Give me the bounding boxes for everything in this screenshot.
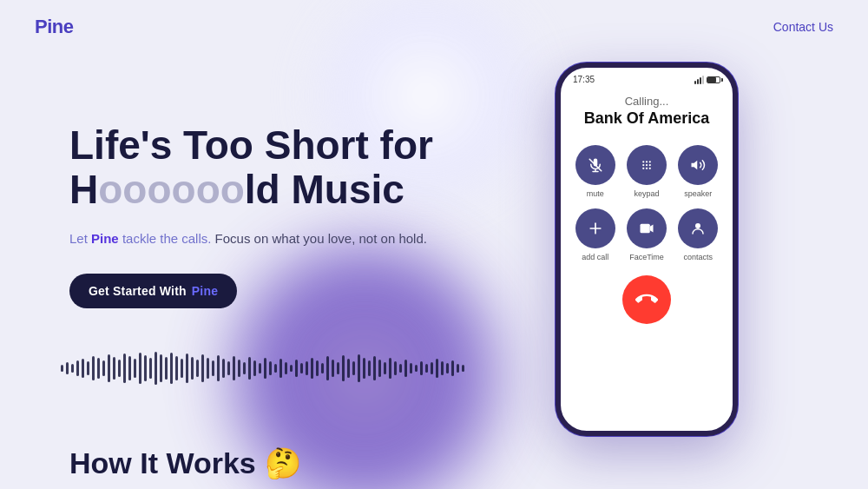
keypad-label: keypad bbox=[634, 189, 659, 198]
mute-button[interactable]: mute bbox=[575, 145, 615, 198]
how-it-works-title: How It Works bbox=[69, 446, 256, 480]
headline-line1: Life's Too Short for bbox=[69, 122, 433, 168]
add-call-button[interactable]: add call bbox=[575, 208, 615, 261]
facetime-label: FaceTime bbox=[629, 253, 664, 261]
cta-button[interactable]: Get Started With Pine bbox=[69, 274, 237, 308]
svg-point-5 bbox=[646, 164, 648, 166]
thinking-emoji: 🤔 bbox=[265, 446, 301, 480]
contacts-button[interactable]: contacts bbox=[678, 208, 719, 261]
calling-label: Calling... bbox=[573, 95, 720, 108]
contacts-label: contacts bbox=[684, 253, 713, 261]
hero-section: Life's Too Short for Hoooooold Music Let… bbox=[69, 71, 486, 385]
waveform bbox=[61, 352, 486, 385]
status-icons bbox=[694, 76, 720, 84]
contact-link[interactable]: Contact Us bbox=[773, 20, 833, 34]
speaker-circle bbox=[678, 145, 718, 185]
end-call-button[interactable] bbox=[622, 275, 671, 324]
svg-point-7 bbox=[642, 168, 644, 169]
speaker-button[interactable]: speaker bbox=[678, 145, 719, 198]
calling-area: Calling... Bank Of America bbox=[561, 88, 733, 128]
svg-point-4 bbox=[642, 164, 644, 166]
add-call-circle bbox=[575, 208, 615, 248]
hero-subtext: Let Pine tackle the calls. Focus on what… bbox=[69, 228, 486, 249]
facetime-button[interactable]: FaceTime bbox=[626, 208, 667, 261]
logo[interactable]: Pine bbox=[35, 16, 73, 38]
end-call-section bbox=[561, 275, 733, 324]
phone-buttons-grid: mute keypad bbox=[561, 145, 733, 261]
add-call-label: add call bbox=[582, 253, 608, 261]
mute-label: mute bbox=[587, 189, 604, 198]
phone-mockup: 17:35 Calling... Bank Of America bbox=[556, 63, 746, 436]
svg-point-8 bbox=[646, 168, 648, 169]
svg-point-2 bbox=[646, 161, 648, 162]
svg-point-6 bbox=[649, 164, 651, 166]
signal-icon bbox=[694, 76, 704, 84]
svg-point-9 bbox=[649, 168, 651, 169]
keypad-button[interactable]: keypad bbox=[626, 145, 667, 198]
contacts-circle bbox=[678, 208, 718, 248]
svg-point-1 bbox=[642, 161, 644, 162]
phone-time: 17:35 bbox=[573, 75, 595, 84]
svg-rect-12 bbox=[640, 224, 649, 234]
mute-circle bbox=[575, 145, 615, 185]
speaker-label: speaker bbox=[684, 189, 712, 198]
facetime-circle bbox=[627, 208, 667, 248]
svg-point-3 bbox=[649, 161, 651, 162]
bottom-section: How It Works 🤔 bbox=[69, 446, 301, 480]
keypad-circle bbox=[627, 145, 667, 185]
phone-status-bar: 17:35 bbox=[561, 68, 733, 88]
navbar: Pine Contact Us bbox=[0, 0, 868, 54]
caller-name: Bank Of America bbox=[573, 109, 720, 128]
phone-frame: 17:35 Calling... Bank Of America bbox=[556, 63, 738, 436]
headline: Life's Too Short for Hoooooold Music bbox=[69, 123, 486, 211]
svg-point-13 bbox=[695, 223, 700, 228]
headline-line2: Hoooooold Music bbox=[69, 167, 404, 212]
battery-icon bbox=[707, 76, 720, 83]
